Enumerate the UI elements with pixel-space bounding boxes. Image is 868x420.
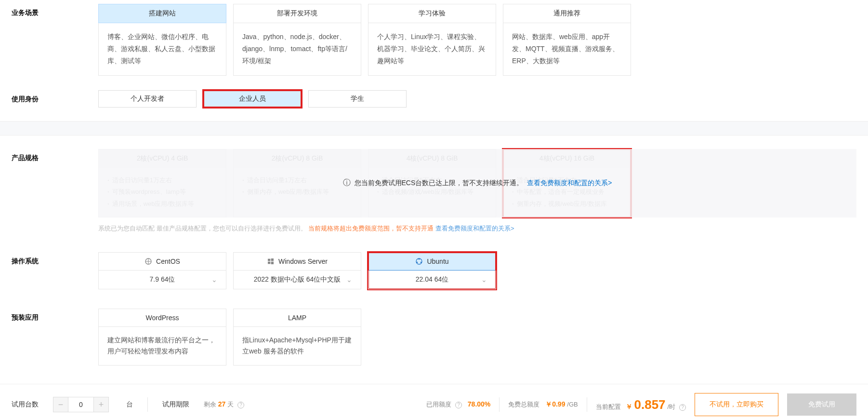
identity-student[interactable]: 学生 — [308, 90, 407, 108]
scenario-site-title: 搭建网站 — [98, 4, 226, 23]
yen-sign: ￥ — [626, 403, 632, 410]
remain-days: 27 — [218, 400, 226, 408]
app-wordpress-desc: 建立网站和博客最流行的平台之一，用户可轻松地管理发布内容 — [98, 327, 226, 366]
os-windows-version-select[interactable]: 2022 数据中心版 64位中文版 ⌄ — [233, 271, 361, 289]
svg-rect-2 — [271, 258, 274, 261]
scenario-learn-title: 学习体验 — [368, 4, 496, 23]
total-unit: /GB — [567, 401, 578, 408]
spec-hint-a: 系统已为您自动匹配 最佳产品规格配置，您也可以自行选择进行免费试用。 — [98, 225, 307, 232]
svg-point-8 — [417, 261, 418, 263]
os-centos-version-select[interactable]: 7.9 64位 ⌄ — [98, 271, 226, 289]
chevron-down-icon: ⌄ — [346, 276, 352, 284]
scenario-site-desc: 博客、企业网站、微信小程序、电商、游戏私服、私人云盘、小型数据库、测试等 — [98, 23, 226, 76]
label-spec: 产品规格 — [12, 149, 98, 233]
os-centos-version: 7.9 64位 — [150, 275, 175, 283]
label-os: 操作系统 — [12, 252, 98, 289]
scenario-learn[interactable]: 学习体验 个人学习、Linux学习、课程实验、机器学习、毕业论文、个人简历、兴趣… — [368, 4, 496, 76]
overlay-message: 您当前免费试用ECS台数已达上限，暂不支持继续开通。 — [355, 179, 524, 188]
current-price: 0.857 — [634, 397, 666, 412]
help-icon[interactable]: ? — [679, 404, 686, 411]
chevron-down-icon: ⌄ — [211, 276, 217, 284]
os-ubuntu[interactable]: Ubuntu 22.04 64位 ⌄ — [368, 252, 496, 289]
footer-bar: 试用台数 − 0 + 台 试用期限 剩余 27 天 ? 已用额度 ? 78.00… — [0, 384, 868, 420]
ubuntu-icon — [415, 257, 423, 265]
v-divider — [587, 397, 587, 412]
price-unit: /时 — [667, 403, 675, 410]
free-trial-button[interactable]: 免费试用 — [787, 393, 856, 416]
buy-now-button[interactable]: 不试用，立即购买 — [695, 393, 778, 416]
stepper-minus[interactable]: − — [53, 397, 68, 412]
trial-count-label: 试用台数 — [12, 400, 39, 409]
svg-rect-4 — [271, 261, 274, 264]
app-wordpress-name: WordPress — [98, 309, 226, 327]
trial-count-unit: 台 — [126, 400, 133, 409]
svg-rect-3 — [268, 261, 270, 264]
scenario-dev-title: 部署开发环境 — [233, 4, 361, 23]
spec-disabled-overlay: ⓘ 您当前免费试用ECS台数已达上限，暂不支持继续开通。 查看免费额度和配置的关… — [98, 149, 856, 217]
svg-point-6 — [419, 258, 420, 260]
scenario-site[interactable]: 搭建网站 博客、企业网站、微信小程序、电商、游戏私服、私人云盘、小型数据库、测试… — [98, 4, 226, 76]
os-centos-name: CentOS — [156, 257, 180, 265]
help-icon[interactable]: ? — [455, 402, 462, 408]
identity-personal[interactable]: 个人开发者 — [98, 90, 197, 108]
os-ubuntu-version: 22.04 64位 — [416, 275, 449, 283]
scenario-general-desc: 网站、数据库、web应用、app开发、MQTT、视频直播、游戏服务、ERP、大数… — [503, 23, 631, 76]
help-icon[interactable]: ? — [237, 402, 244, 408]
app-lamp-name: LAMP — [233, 309, 361, 327]
label-scenario: 业务场景 — [12, 4, 98, 76]
total-price: ￥0.99 — [545, 400, 565, 408]
used-percent: 78.00% — [468, 400, 490, 408]
remain-post: 天 — [227, 401, 234, 408]
section-divider — [0, 121, 868, 135]
svg-point-7 — [421, 261, 422, 263]
app-lamp[interactable]: LAMP 指Linux+Apache+Mysql+PHP用于建立web 服务器的… — [233, 309, 361, 366]
trial-period-label: 试用期限 — [162, 400, 189, 409]
windows-icon — [267, 257, 275, 265]
stepper-value: 0 — [68, 397, 93, 412]
label-preinstall: 预装应用 — [12, 309, 98, 366]
scenario-learn-desc: 个人学习、Linux学习、课程实验、机器学习、毕业论文、个人简历、兴趣网站等 — [368, 23, 496, 76]
spec-hint: 系统已为您自动匹配 最佳产品规格配置，您也可以自行选择进行免费试用。 当前规格将… — [98, 224, 856, 233]
os-windows[interactable]: Windows Server 2022 数据中心版 64位中文版 ⌄ — [233, 252, 361, 289]
remain-pre: 剩余 — [204, 401, 218, 408]
current-label: 当前配置 — [596, 403, 621, 410]
identity-enterprise[interactable]: 企业人员 — [203, 90, 302, 108]
stepper-plus[interactable]: + — [93, 397, 109, 412]
app-lamp-desc: 指Linux+Apache+Mysql+PHP用于建立web 服务器的软件 — [233, 327, 361, 366]
spec-hint-link[interactable]: 查看免费额度和配置的关系> — [435, 225, 514, 232]
os-windows-name: Windows Server — [278, 257, 328, 265]
label-identity: 使用身份 — [12, 90, 98, 108]
v-divider — [499, 397, 500, 412]
svg-rect-1 — [268, 258, 270, 261]
centos-icon — [145, 257, 152, 265]
scenario-general[interactable]: 通用推荐 网站、数据库、web应用、app开发、MQTT、视频直播、游戏服务、E… — [503, 4, 631, 76]
scenario-dev-desc: Java、python、node.js、docker、django、lnmp、t… — [233, 23, 361, 76]
v-divider — [147, 397, 148, 412]
chevron-down-icon: ⌄ — [481, 276, 487, 284]
os-ubuntu-name: Ubuntu — [427, 257, 448, 265]
os-windows-version: 2022 数据中心版 64位中文版 — [254, 275, 341, 283]
used-label: 已用额度 — [426, 401, 451, 408]
app-wordpress[interactable]: WordPress 建立网站和博客最流行的平台之一，用户可轻松地管理发布内容 — [98, 309, 226, 366]
spec-hint-warn: 当前规格将超出免费额度范围，暂不支持开通 — [308, 225, 435, 232]
overlay-link[interactable]: 查看免费额度和配置的关系> — [527, 179, 612, 188]
scenario-dev[interactable]: 部署开发环境 Java、python、node.js、docker、django… — [233, 4, 361, 76]
info-icon: ⓘ — [343, 178, 351, 188]
os-centos[interactable]: CentOS 7.9 64位 ⌄ — [98, 252, 226, 289]
trial-count-stepper[interactable]: − 0 + — [53, 397, 109, 412]
os-ubuntu-version-select[interactable]: 22.04 64位 ⌄ — [368, 271, 496, 289]
total-label: 免费总额度 — [508, 401, 539, 408]
scenario-general-title: 通用推荐 — [503, 4, 631, 23]
